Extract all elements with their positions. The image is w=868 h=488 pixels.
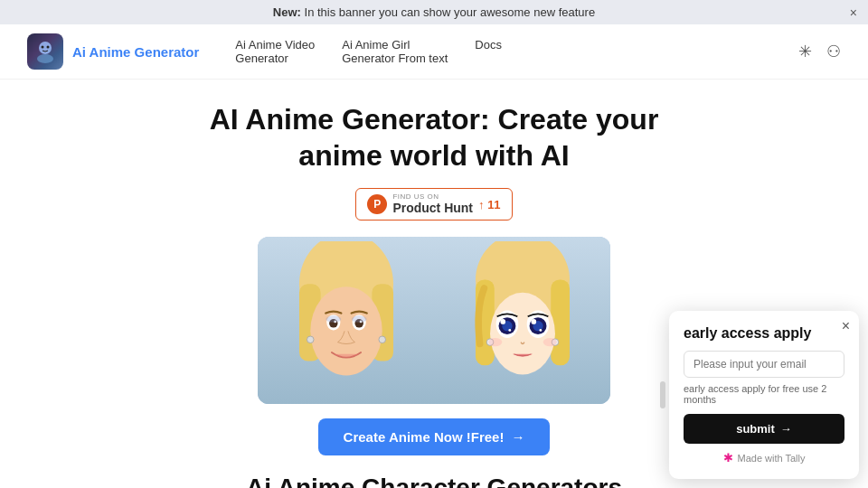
hero-title: AI Anime Generator: Create your anime wo… [210,101,659,174]
popup-tally-credit: ✱ Made with Tally [684,451,844,465]
banner-close-button[interactable]: × [850,5,857,20]
svg-point-30 [508,329,511,332]
logo-text: Ai Anime Generator [72,44,199,60]
face-after [434,237,610,404]
svg-point-14 [307,336,314,343]
nav-item-video[interactable]: Ai Anime Video Generator [235,38,315,65]
svg-point-0 [39,42,52,54]
popup-handle [660,381,665,408]
hero-image [258,237,610,404]
ph-text: FIND US ON Product Hunt [392,193,473,215]
navbar: Ai Anime Generator Ai Anime Video Genera… [0,24,868,80]
svg-point-3 [47,46,50,49]
face-before [258,237,434,404]
svg-point-16 [326,315,341,323]
early-access-popup: × early access apply early access apply … [669,311,859,479]
svg-point-28 [500,319,505,324]
svg-point-35 [542,338,556,346]
svg-point-2 [42,46,44,49]
popup-title: early access apply [684,325,844,342]
section-title: Ai Anime Character Generators [246,474,622,488]
nav-item-girl[interactable]: Ai Anime Girl Generator From text [342,38,448,65]
user-icon[interactable]: ⚇ [826,42,841,61]
svg-point-17 [351,315,366,323]
product-hunt-badge[interactable]: P FIND US ON Product Hunt ↑ 11 [355,188,512,221]
svg-point-15 [378,336,385,343]
popup-submit-button[interactable]: submit → [684,414,844,444]
logo-image [27,33,63,70]
logo-area[interactable]: Ai Anime Generator [27,33,199,70]
create-anime-button[interactable]: Create Anime Now !Free! → [318,418,551,455]
ph-upvote: ↑ 11 [478,198,501,211]
ph-icon: P [367,194,387,214]
svg-point-1 [37,54,53,63]
popup-close-button[interactable]: × [842,318,850,334]
nav-item-docs[interactable]: Docs [475,38,502,65]
svg-point-34 [488,338,502,346]
tally-star-icon: ✱ [723,451,733,465]
announcement-banner: New: In this banner you can show your aw… [0,0,868,24]
gear-icon[interactable]: ✳ [798,42,812,61]
email-input[interactable] [684,351,844,378]
svg-point-7 [310,286,382,375]
svg-point-31 [539,329,542,332]
svg-point-29 [531,319,536,324]
nav-icons: ✳ ⚇ [798,42,841,61]
nav-links: Ai Anime Video Generator Ai Anime Girl G… [235,38,798,65]
banner-text: New: In this banner you can show your aw… [273,5,595,19]
popup-description: early access apply for free use 2 months [684,383,844,405]
